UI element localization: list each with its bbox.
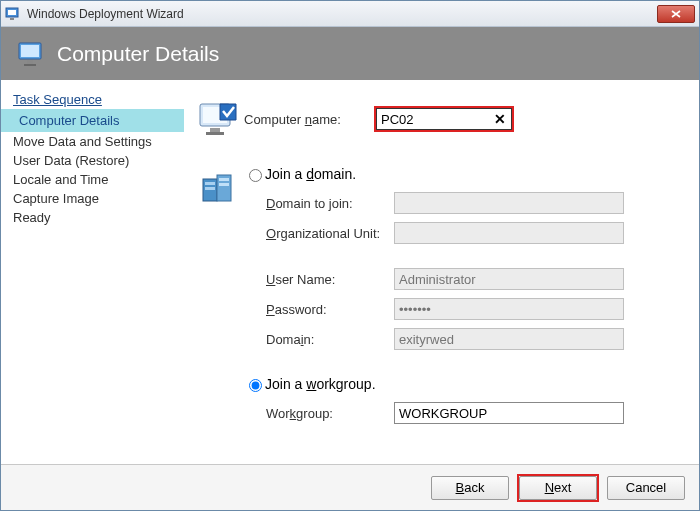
- next-button[interactable]: Next: [519, 476, 597, 500]
- domain-to-join-label: Domain to join:: [266, 196, 394, 211]
- svg-rect-13: [205, 182, 215, 185]
- close-button[interactable]: [657, 5, 695, 23]
- svg-rect-15: [205, 187, 215, 190]
- banner: Computer Details: [1, 27, 699, 80]
- page-title: Computer Details: [57, 42, 219, 66]
- svg-rect-6: [24, 64, 36, 66]
- username-input: [394, 268, 624, 290]
- sidebar-item-computer-details[interactable]: Computer Details: [1, 109, 184, 132]
- join-workgroup-radio[interactable]: [249, 379, 262, 392]
- window-title: Windows Deployment Wizard: [27, 7, 657, 21]
- org-unit-label: Organizational Unit:: [266, 226, 394, 241]
- sidebar-item-locale-time[interactable]: Locale and Time: [1, 170, 184, 189]
- password-label: Password:: [266, 302, 394, 317]
- back-button[interactable]: Back: [431, 476, 509, 500]
- join-domain-radio[interactable]: [249, 169, 262, 182]
- join-workgroup-label: Join a workgroup.: [265, 376, 376, 392]
- banner-computer-icon: [17, 40, 45, 68]
- server-group-icon: [198, 168, 240, 210]
- content-panel: Computer name: ✕: [184, 80, 699, 464]
- domain-input: [394, 328, 624, 350]
- svg-rect-9: [210, 128, 220, 132]
- svg-rect-1: [8, 10, 16, 15]
- svg-rect-2: [10, 18, 14, 20]
- sidebar-item-ready[interactable]: Ready: [1, 208, 184, 227]
- app-icon: [5, 6, 21, 22]
- workgroup-label: Workgroup:: [266, 406, 394, 421]
- sidebar-item-task-sequence[interactable]: Task Sequence: [1, 90, 184, 109]
- domain-to-join-input: [394, 192, 624, 214]
- computer-name-input[interactable]: [376, 108, 512, 130]
- clear-input-icon[interactable]: ✕: [494, 111, 506, 127]
- body: Task Sequence Computer Details Move Data…: [1, 80, 699, 464]
- join-domain-label: Join a domain.: [265, 166, 356, 182]
- domain-label: Domain:: [266, 332, 394, 347]
- cancel-button[interactable]: Cancel: [607, 476, 685, 500]
- username-label: User Name:: [266, 272, 394, 287]
- workgroup-input[interactable]: [394, 402, 624, 424]
- sidebar-item-move-data[interactable]: Move Data and Settings: [1, 132, 184, 151]
- svg-rect-4: [21, 45, 39, 57]
- computer-name-label: Computer name:: [244, 112, 374, 127]
- computer-check-icon: [198, 98, 240, 140]
- wizard-window: Windows Deployment Wizard Computer Detai…: [0, 0, 700, 511]
- footer: Back Next Cancel: [1, 464, 699, 510]
- computer-name-highlight: ✕: [374, 106, 514, 132]
- sidebar: Task Sequence Computer Details Move Data…: [1, 80, 184, 464]
- svg-rect-10: [206, 132, 224, 135]
- sidebar-item-capture-image[interactable]: Capture Image: [1, 189, 184, 208]
- titlebar: Windows Deployment Wizard: [1, 1, 699, 27]
- org-unit-input: [394, 222, 624, 244]
- password-input: [394, 298, 624, 320]
- svg-rect-14: [219, 178, 229, 181]
- next-button-highlight: Next: [517, 474, 599, 502]
- sidebar-item-user-data-restore[interactable]: User Data (Restore): [1, 151, 184, 170]
- svg-rect-16: [219, 183, 229, 186]
- svg-rect-5: [27, 60, 33, 64]
